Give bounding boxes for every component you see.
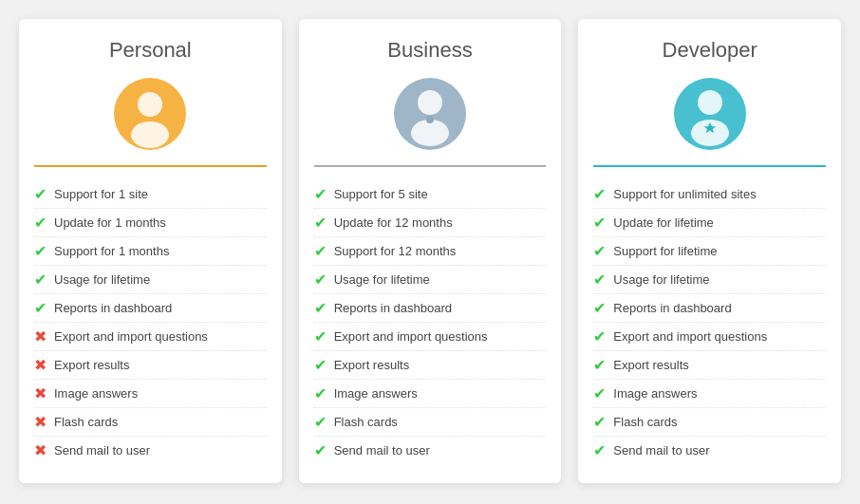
avatar-business <box>392 76 468 152</box>
feature-text-business-0: Support for 5 site <box>334 187 428 201</box>
feature-text-developer-1: Update for lifetime <box>613 215 714 230</box>
check-icon: ✔ <box>314 356 327 374</box>
feature-text-business-3: Usage for lifetime <box>334 272 430 287</box>
check-icon: ✔ <box>34 185 47 203</box>
check-icon: ✔ <box>593 271 606 289</box>
pricing-container: Personal ✔Support for 1 site✔Update for … <box>19 19 841 483</box>
feature-text-business-9: Send mail to user <box>334 443 430 457</box>
avatar-personal <box>112 76 188 152</box>
feature-text-developer-7: Image answers <box>613 386 697 401</box>
svg-point-4 <box>418 90 442 115</box>
card-title-business: Business <box>387 38 472 63</box>
feature-list-developer: ✔Support for unlimited sites✔Update for … <box>593 180 826 464</box>
check-icon: ✔ <box>593 356 606 374</box>
feature-item-business-4: ✔Reports in dashboard <box>314 294 547 323</box>
feature-item-personal-3: ✔Usage for lifetime <box>34 266 267 294</box>
feature-list-business: ✔Support for 5 site✔Update for 12 months… <box>314 180 547 464</box>
cross-icon: ✖ <box>34 413 47 431</box>
check-icon: ✔ <box>314 185 327 203</box>
feature-item-developer-0: ✔Support for unlimited sites <box>593 180 826 209</box>
pricing-card-business: Business ✔Support for 5 site✔Update for … <box>299 19 562 483</box>
pricing-card-personal: Personal ✔Support for 1 site✔Update for … <box>19 19 282 483</box>
feature-list-personal: ✔Support for 1 site✔Update for 1 months✔… <box>34 180 267 464</box>
feature-item-business-7: ✔Image answers <box>314 380 547 408</box>
feature-text-developer-3: Usage for lifetime <box>613 272 709 287</box>
feature-text-personal-3: Usage for lifetime <box>54 272 150 287</box>
feature-text-personal-5: Export and import questions <box>54 329 208 344</box>
feature-text-personal-1: Update for 1 months <box>54 215 166 230</box>
feature-item-personal-8: ✖Flash cards <box>34 408 267 437</box>
cross-icon: ✖ <box>34 384 47 402</box>
feature-text-personal-9: Send mail to user <box>54 443 150 457</box>
feature-text-developer-0: Support for unlimited sites <box>613 187 756 201</box>
feature-item-business-8: ✔Flash cards <box>314 408 547 437</box>
check-icon: ✔ <box>593 299 606 317</box>
feature-item-business-1: ✔Update for 12 months <box>314 209 547 237</box>
feature-text-personal-2: Support for 1 months <box>54 244 169 258</box>
check-icon: ✔ <box>593 327 606 345</box>
feature-item-business-2: ✔Support for 12 months <box>314 237 547 266</box>
svg-point-5 <box>411 120 449 146</box>
feature-item-business-5: ✔Export and import questions <box>314 323 547 351</box>
feature-item-developer-5: ✔Export and import questions <box>593 323 826 351</box>
cross-icon: ✖ <box>34 441 47 459</box>
feature-text-developer-9: Send mail to user <box>613 443 709 457</box>
check-icon: ✔ <box>314 214 327 232</box>
check-icon: ✔ <box>593 413 606 431</box>
cross-icon: ✖ <box>34 356 47 374</box>
check-icon: ✔ <box>314 441 327 459</box>
check-icon: ✔ <box>593 214 606 232</box>
feature-text-developer-6: Export results <box>613 358 688 372</box>
feature-item-personal-7: ✖Image answers <box>34 380 267 408</box>
feature-item-personal-6: ✖Export results <box>34 351 267 380</box>
feature-text-developer-5: Export and import questions <box>613 329 767 344</box>
feature-item-developer-7: ✔Image answers <box>593 380 826 408</box>
feature-text-business-5: Export and import questions <box>334 329 488 344</box>
cross-icon: ✖ <box>34 327 47 345</box>
feature-text-developer-2: Support for lifetime <box>613 244 717 258</box>
divider-business <box>314 165 547 167</box>
check-icon: ✔ <box>34 242 47 260</box>
feature-item-developer-3: ✔Usage for lifetime <box>593 266 826 294</box>
pricing-card-developer: Developer ✔Support for unlimited sites✔U… <box>578 19 841 483</box>
feature-text-business-6: Export results <box>334 358 409 372</box>
avatar-developer <box>672 76 748 152</box>
check-icon: ✔ <box>593 441 606 459</box>
svg-point-8 <box>698 90 722 115</box>
svg-point-2 <box>131 121 169 148</box>
feature-item-business-3: ✔Usage for lifetime <box>314 266 547 294</box>
feature-item-business-0: ✔Support for 5 site <box>314 180 547 209</box>
feature-text-personal-8: Flash cards <box>54 415 118 429</box>
feature-text-business-7: Image answers <box>334 386 418 401</box>
feature-text-developer-4: Reports in dashboard <box>613 301 731 315</box>
feature-text-personal-4: Reports in dashboard <box>54 301 172 315</box>
feature-item-personal-0: ✔Support for 1 site <box>34 180 267 209</box>
feature-item-developer-1: ✔Update for lifetime <box>593 209 826 237</box>
feature-text-personal-7: Image answers <box>54 386 138 401</box>
feature-text-personal-6: Export results <box>54 358 129 372</box>
check-icon: ✔ <box>34 299 47 317</box>
feature-item-personal-9: ✖Send mail to user <box>34 437 267 464</box>
divider-personal <box>34 165 267 167</box>
check-icon: ✔ <box>314 299 327 317</box>
check-icon: ✔ <box>314 271 327 289</box>
check-icon: ✔ <box>314 413 327 431</box>
feature-text-developer-8: Flash cards <box>613 415 677 429</box>
feature-item-developer-9: ✔Send mail to user <box>593 437 826 464</box>
feature-item-developer-6: ✔Export results <box>593 351 826 380</box>
check-icon: ✔ <box>34 214 47 232</box>
card-title-personal: Personal <box>109 38 192 63</box>
check-icon: ✔ <box>593 242 606 260</box>
check-icon: ✔ <box>314 384 327 402</box>
check-icon: ✔ <box>314 327 327 345</box>
card-title-developer: Developer <box>663 38 757 63</box>
check-icon: ✔ <box>34 271 47 289</box>
divider-developer <box>593 165 826 167</box>
feature-item-developer-8: ✔Flash cards <box>593 408 826 437</box>
check-icon: ✔ <box>593 185 606 203</box>
feature-item-developer-2: ✔Support for lifetime <box>593 237 826 266</box>
feature-item-personal-4: ✔Reports in dashboard <box>34 294 267 323</box>
feature-item-developer-4: ✔Reports in dashboard <box>593 294 826 323</box>
feature-text-personal-0: Support for 1 site <box>54 187 148 201</box>
svg-point-1 <box>138 92 162 117</box>
